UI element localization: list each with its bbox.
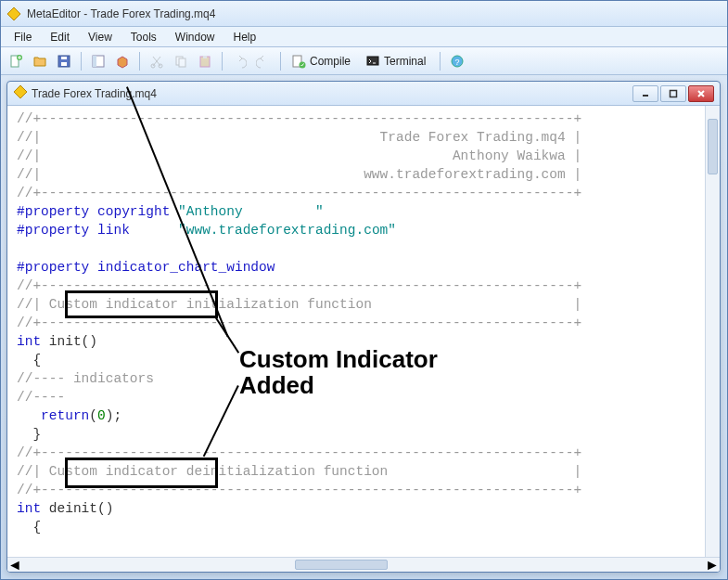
toolbar: Compile Terminal ? — [1, 47, 727, 75]
svg-rect-11 — [179, 58, 185, 67]
app-icon — [6, 6, 21, 21]
help-button[interactable]: ? — [446, 50, 468, 72]
code-line: //| www.tradeforextrading.com | — [17, 167, 581, 182]
vertical-scrollbar[interactable] — [705, 106, 720, 557]
svg-rect-7 — [93, 56, 96, 67]
cut-button[interactable] — [146, 50, 168, 72]
annotation-box — [65, 458, 218, 488]
svg-rect-5 — [61, 57, 67, 59]
svg-rect-4 — [61, 62, 67, 66]
svg-rect-21 — [671, 90, 677, 97]
document-titlebar[interactable]: Trade Forex Trading.mq4 — [7, 82, 720, 106]
menu-edit[interactable]: Edit — [41, 29, 79, 45]
undo-button[interactable] — [228, 50, 250, 72]
scrollbar-thumb[interactable] — [295, 560, 388, 570]
menu-view[interactable]: View — [79, 29, 121, 45]
code-line: //| Anthony Waikwa | — [17, 148, 581, 163]
code-line: int deinit() — [17, 501, 113, 516]
code-line: //---- indicators — [17, 371, 154, 386]
code-line: { — [17, 353, 41, 367]
horizontal-scrollbar[interactable]: ◄ ► — [7, 557, 720, 572]
svg-rect-13 — [203, 56, 207, 58]
compile-label: Compile — [310, 55, 351, 68]
code-line: return(0); — [17, 408, 121, 423]
redo-button[interactable] — [252, 50, 275, 72]
terminal-button[interactable]: Terminal — [361, 50, 434, 72]
document-window: Trade Forex Trading.mq4 //+-------------… — [6, 81, 721, 573]
copy-button[interactable] — [170, 50, 192, 72]
menubar: File Edit View Tools Window Help — [1, 27, 727, 47]
navigator-button[interactable] — [87, 50, 109, 72]
close-button[interactable] — [688, 85, 714, 102]
maximize-button[interactable] — [660, 85, 686, 102]
svg-rect-16 — [367, 57, 378, 65]
toolbar-separator — [440, 52, 441, 71]
code-line: //---- — [17, 390, 65, 405]
minimize-button[interactable] — [632, 85, 658, 102]
code-line: int init() — [17, 334, 97, 349]
scrollbar-thumb[interactable] — [708, 119, 718, 174]
document-icon — [13, 84, 28, 103]
workspace: Trade Forex Trading.mq4 //+-------------… — [1, 75, 727, 580]
menu-tools[interactable]: Tools — [121, 29, 166, 45]
main-titlebar: MetaEditor - Trade Forex Trading.mq4 — [1, 1, 727, 27]
svg-marker-0 — [7, 7, 20, 20]
menu-file[interactable]: File — [5, 29, 41, 45]
annotation-label: Custom Indicator Added — [239, 346, 438, 398]
code-line: #property copyright "Anthony " — [17, 204, 324, 219]
toolbar-separator — [222, 52, 223, 71]
code-line: //| Trade Forex Trading.mq4 | — [17, 130, 581, 145]
app-title: MetaEditor - Trade Forex Trading.mq4 — [27, 7, 215, 20]
menu-window[interactable]: Window — [166, 29, 224, 45]
terminal-label: Terminal — [384, 55, 426, 68]
code-line: //+-------------------------------------… — [17, 186, 581, 200]
toolbar-separator — [139, 52, 140, 71]
menu-help[interactable]: Help — [224, 29, 266, 45]
scroll-left-icon[interactable]: ◄ — [7, 558, 22, 572]
code-line: } — [17, 427, 41, 442]
document-title: Trade Forex Trading.mq4 — [32, 87, 157, 100]
compile-button[interactable]: Compile — [287, 50, 359, 72]
paste-button[interactable] — [194, 50, 216, 72]
open-button[interactable] — [29, 50, 51, 72]
toolbar-separator — [280, 52, 281, 71]
toolbar-separator — [81, 52, 82, 71]
code-line: #property link "www.tradeforextrading.co… — [17, 223, 396, 238]
code-line: //+-------------------------------------… — [17, 111, 581, 126]
code-line: #property indicator_chart_window — [17, 260, 275, 275]
svg-marker-19 — [14, 85, 27, 98]
code-editor[interactable]: //+-------------------------------------… — [7, 106, 705, 557]
new-file-button[interactable] — [5, 50, 27, 72]
scroll-right-icon[interactable]: ► — [705, 558, 720, 572]
save-button[interactable] — [53, 50, 75, 72]
svg-text:?: ? — [455, 58, 460, 67]
toolbox-button[interactable] — [111, 50, 134, 72]
code-line: { — [17, 520, 41, 535]
annotation-box — [65, 290, 218, 318]
